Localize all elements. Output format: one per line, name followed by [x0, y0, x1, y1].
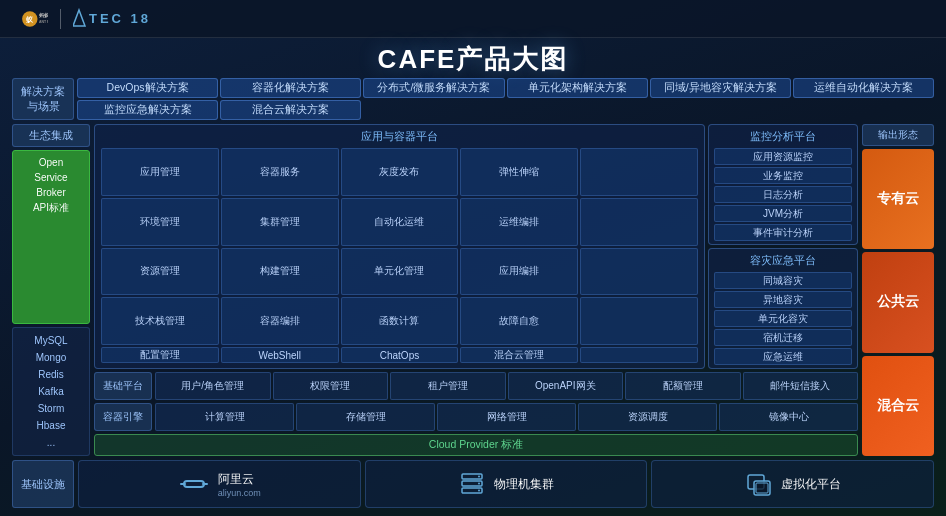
hybrid-cloud-btn[interactable]: 混合云: [862, 356, 934, 456]
infra-platform-row: 基础平台 用户/角色管理 权限管理 租户管理 OpenAPI网关 配额管理 邮件…: [94, 372, 858, 400]
ecosystem-panel: 生态集成 OpenServiceBrokerAPI标准 MySQLMongoRe…: [12, 124, 90, 456]
cell-vm-migrate: 宿机迁移: [714, 329, 852, 346]
svg-text:蚂蚁金服: 蚂蚁金服: [39, 11, 48, 17]
svg-text:蚁: 蚁: [26, 14, 34, 23]
svg-rect-7: [180, 483, 186, 485]
aliyun-sub: aliyun.com: [218, 488, 261, 498]
container-network: 网络管理: [437, 403, 576, 431]
aliyun-icon: [178, 473, 210, 495]
cell-fault-auto: 故障自愈: [460, 297, 578, 345]
sol-disaster1: 同域/异地容灾解决方案: [650, 78, 791, 98]
infra-quota: 配额管理: [625, 372, 741, 400]
aliyun-name: 阿里云: [218, 471, 254, 488]
cell-unit-dr: 单元化容灾: [714, 310, 852, 327]
infra-tenant: 租户管理: [390, 372, 506, 400]
svg-point-13: [478, 483, 480, 485]
cloud-provider-bar: Cloud Provider 标准: [94, 434, 858, 456]
cell-empty3: [580, 248, 698, 296]
atec-logo: TEC 18: [73, 8, 163, 30]
main-body: 生态集成 OpenServiceBrokerAPI标准 MySQLMongoRe…: [12, 124, 934, 456]
sol-ops: 运维自动化解决方案: [793, 78, 934, 98]
app-platform: 应用与容器平台 应用管理 容器服务 灰度发布 弹性伸缩 环境管理 集群管理 自动…: [94, 124, 705, 369]
infra-label: 基础平台: [94, 372, 152, 400]
bottom-providers: 阿里云 aliyun.com 物理机集群: [78, 460, 934, 508]
server-icon: [458, 472, 486, 496]
svg-rect-6: [184, 481, 204, 487]
provider-physical: 物理机集群: [365, 460, 648, 508]
disaster-panel: 容灾应急平台 同城容灾 异地容灾 单元化容灾 宿机迁移 应急运维: [708, 248, 858, 369]
infra-email-sms: 邮件短信接入: [743, 372, 859, 400]
cell-empty2: [580, 198, 698, 246]
virtual-name: 虚拟化平台: [781, 476, 841, 493]
cell-biz-monitor: 业务监控: [714, 167, 852, 184]
aliyun-text: 阿里云 aliyun.com: [218, 471, 261, 498]
cell-app-mgmt: 应用管理: [101, 148, 219, 196]
infra-user-role: 用户/角色管理: [155, 372, 271, 400]
cell-remote-dr: 异地容灾: [714, 291, 852, 308]
svg-text:ANT FINANCIAL: ANT FINANCIAL: [39, 20, 48, 24]
sol-container: 容器化解决方案: [220, 78, 361, 98]
cell-ops-sched: 运维编排: [460, 198, 578, 246]
disaster-grid: 同城容灾 异地容灾 单元化容灾 宿机迁移 应急运维: [714, 272, 852, 365]
page-title: CAFE产品大图: [0, 42, 946, 77]
cell-app-edit: 应用编排: [460, 248, 578, 296]
infra-permission: 权限管理: [273, 372, 389, 400]
output-label: 输出形态: [862, 124, 934, 146]
app-platform-grid: 应用管理 容器服务 灰度发布 弹性伸缩 环境管理 集群管理 自动化运维 运维编排…: [101, 148, 698, 363]
public-cloud-btn[interactable]: 公共云: [862, 252, 934, 352]
solutions-label: 解决方案与场景: [12, 78, 74, 120]
cell-func-compute: 函数计算: [341, 297, 459, 345]
infra-bottom-label: 基础设施: [12, 460, 74, 508]
cell-elastic: 弹性伸缩: [460, 148, 578, 196]
cell-auto-ops: 自动化运维: [341, 198, 459, 246]
cell-unit-mgmt: 单元化管理: [341, 248, 459, 296]
monitor-panel: 监控分析平台 应用资源监控 业务监控 日志分析 JVM分析 事件审计分析: [708, 124, 858, 245]
container-resource-sched: 资源调度: [578, 403, 717, 431]
cell-webshell: WebShell: [221, 347, 339, 363]
private-cloud-btn[interactable]: 专有云: [862, 149, 934, 249]
svg-marker-4: [73, 10, 85, 26]
tech-list: MySQLMongoRedisKafkaStormHbase...: [12, 327, 90, 456]
output-panel: 输出形态 专有云 公共云 混合云: [862, 124, 934, 456]
cell-chatops: ChatOps: [341, 347, 459, 363]
cell-stack-mgmt: 技术栈管理: [101, 297, 219, 345]
svg-point-12: [478, 476, 480, 478]
cell-container-sched: 容器编排: [221, 297, 339, 345]
sol-devops: DevOps解决方案: [77, 78, 218, 98]
cell-gray-release: 灰度发布: [341, 148, 459, 196]
cell-build-mgmt: 构建管理: [221, 248, 339, 296]
physical-name: 物理机集群: [494, 476, 554, 493]
provider-virtual: 虚拟化平台: [651, 460, 934, 508]
cell-app-res-monitor: 应用资源监控: [714, 148, 852, 165]
sol-hybrid: 混合云解决方案: [220, 100, 361, 120]
app-platform-title: 应用与容器平台: [101, 129, 698, 144]
header-divider: [60, 9, 61, 29]
cell-emergency-ops: 应急运维: [714, 348, 852, 365]
content-area: 解决方案与场景 DevOps解决方案 容器化解决方案 分布式/微服务解决方案 单…: [12, 78, 934, 508]
monitor-title: 监控分析平台: [714, 129, 852, 144]
cell-empty1: [580, 148, 698, 196]
cell-jvm-analysis: JVM分析: [714, 205, 852, 222]
cell-res-mgmt: 资源管理: [101, 248, 219, 296]
cell-event-audit: 事件审计分析: [714, 224, 852, 241]
sol-microservice: 分布式/微服务解决方案: [363, 78, 504, 98]
ecosystem-label: 生态集成: [12, 124, 90, 147]
provider-aliyun: 阿里云 aliyun.com: [78, 460, 361, 508]
container-storage: 存储管理: [296, 403, 435, 431]
bottom-infra: 基础设施 阿里云 aliyun.com: [12, 460, 934, 508]
vm-icon: [745, 472, 773, 496]
header-bar: 蚁 蚂蚁金服 ANT FINANCIAL TEC 18: [0, 0, 946, 38]
svg-text:TEC 18: TEC 18: [89, 11, 151, 26]
solutions-row: 解决方案与场景 DevOps解决方案 容器化解决方案 分布式/微服务解决方案 单…: [12, 78, 934, 120]
ant-financial-logo: 蚁 蚂蚁金服 ANT FINANCIAL: [20, 9, 48, 29]
sol-monitor: 监控应急解决方案: [77, 100, 218, 120]
disaster-title: 容灾应急平台: [714, 253, 852, 268]
cell-same-city-dr: 同城容灾: [714, 272, 852, 289]
monitor-grid: 应用资源监控 业务监控 日志分析 JVM分析 事件审计分析: [714, 148, 852, 241]
solutions-tags: DevOps解决方案 容器化解决方案 分布式/微服务解决方案 单元化架构解决方案…: [77, 78, 934, 120]
infra-openapi: OpenAPI网关: [508, 372, 624, 400]
svg-point-14: [478, 490, 480, 492]
container-label: 容器引擎: [94, 403, 152, 431]
container-compute: 计算管理: [155, 403, 294, 431]
cell-config-mgmt: 配置管理: [101, 347, 219, 363]
